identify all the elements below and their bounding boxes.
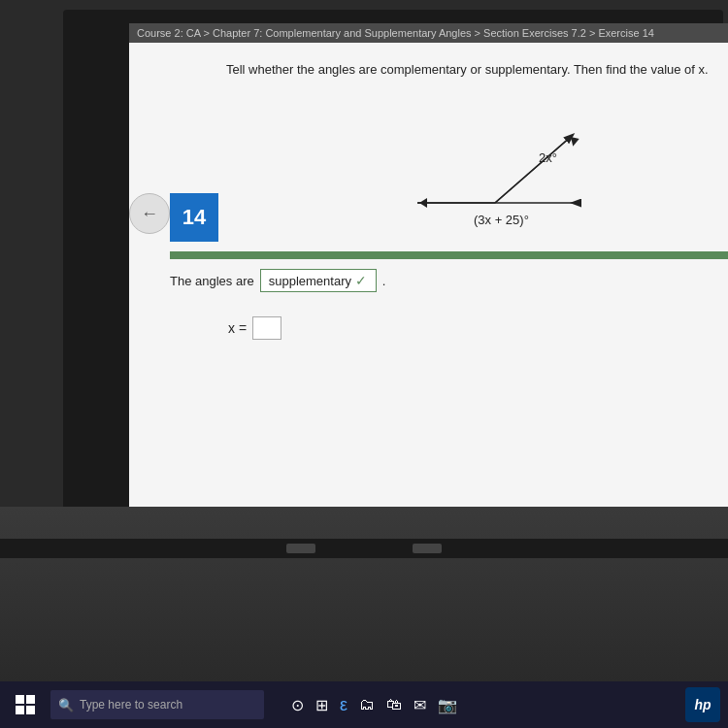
back-button[interactable]: ← <box>129 193 170 234</box>
hp-logo: hp <box>685 687 720 722</box>
grid-icon[interactable]: ⊞ <box>315 696 328 714</box>
x-value-row: x = <box>228 316 728 340</box>
problem-question: Tell whether the angles are complementar… <box>226 62 728 77</box>
mail-icon[interactable]: ✉ <box>414 696 426 714</box>
dropdown-value: supplementary <box>269 274 351 288</box>
problem-area: Tell whether the angles are complementar… <box>226 62 728 271</box>
hinge-left <box>286 544 315 553</box>
angle-svg: 2x° (3x + 25)° <box>359 96 631 251</box>
taskbar-search-bar[interactable]: 🔍 Type here to search <box>50 690 264 719</box>
hinge-area <box>0 539 728 558</box>
edge-icon[interactable]: ε <box>340 695 347 715</box>
answer-section: The angles are supplementary ✓ . x = <box>170 251 728 340</box>
svg-line-3 <box>495 137 571 203</box>
angles-answer-row: The angles are supplementary ✓ . <box>170 269 728 292</box>
back-arrow-icon: ← <box>141 204 158 224</box>
svg-marker-4 <box>567 134 579 147</box>
search-placeholder-text: Type here to search <box>80 698 182 711</box>
taskbar-icons-group: ⊙ ⊞ ε 🗂 🛍 ✉ 📷 <box>291 695 457 715</box>
laptop-bottom-body <box>0 507 728 681</box>
task-view-icon[interactable]: ⊙ <box>291 696 304 714</box>
svg-marker-5 <box>419 198 427 208</box>
svg-text:(3x + 25)°: (3x + 25)° <box>474 213 529 227</box>
taskbar: 🔍 Type here to search ⊙ ⊞ ε 🗂 🛍 ✉ 📷 hp <box>0 681 728 728</box>
folder-icon[interactable]: 🗂 <box>359 696 375 713</box>
period-text: . <box>382 274 386 288</box>
breadcrumb: Course 2: CA > Chapter 7: Complementary … <box>129 23 728 43</box>
screen: Course 2: CA > Chapter 7: Complementary … <box>129 23 728 538</box>
camera-icon[interactable]: 📷 <box>438 696 457 714</box>
angles-prefix-text: The angles are <box>170 274 254 288</box>
laptop-outer: Course 2: CA > Chapter 7: Complementary … <box>0 0 728 728</box>
dropdown-check-icon: ✓ <box>355 273 367 288</box>
question-badge: 14 <box>170 193 218 242</box>
angle-diagram: 2x° (3x + 25)° <box>359 96 631 251</box>
supplementary-dropdown[interactable]: supplementary ✓ <box>260 269 377 292</box>
windows-start-button[interactable] <box>8 687 43 722</box>
windows-logo-icon <box>16 695 35 714</box>
search-icon: 🔍 <box>58 698 74 712</box>
content-area: Tell whether the angles are complementar… <box>129 43 728 536</box>
hinge-right <box>413 544 442 553</box>
green-divider-bar <box>170 251 728 259</box>
breadcrumb-text: Course 2: CA > Chapter 7: Complementary … <box>137 27 654 39</box>
x-equals-label: x = <box>228 320 247 336</box>
taskbar-right: hp <box>685 687 720 722</box>
store-icon[interactable]: 🛍 <box>386 696 402 713</box>
screen-bezel: Course 2: CA > Chapter 7: Complementary … <box>63 10 723 534</box>
x-answer-input[interactable] <box>252 316 281 340</box>
svg-text:2x°: 2x° <box>539 150 557 165</box>
question-number: 14 <box>182 205 206 230</box>
hp-label-text: hp <box>694 697 711 712</box>
